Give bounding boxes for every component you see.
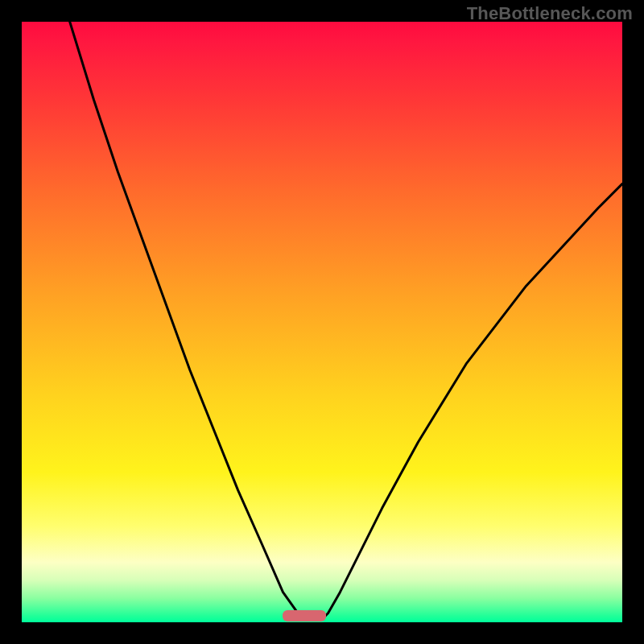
watermark-text: TheBottleneck.com <box>467 3 633 24</box>
left-curve <box>70 22 304 619</box>
right-curve <box>322 184 622 619</box>
curve-layer <box>22 22 622 622</box>
bottleneck-marker <box>283 610 326 621</box>
plot-area <box>22 22 622 622</box>
chart-frame: TheBottleneck.com <box>0 0 644 644</box>
